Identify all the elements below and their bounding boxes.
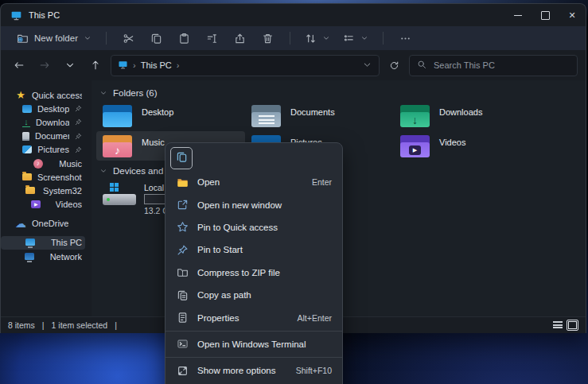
properties-icon <box>176 312 189 324</box>
close-button[interactable]: ✕ <box>559 4 586 26</box>
search-box[interactable] <box>409 55 578 76</box>
view-button[interactable] <box>338 30 373 47</box>
folder-tile-videos[interactable]: Videos <box>394 131 543 161</box>
chevron-down-icon <box>322 34 330 42</box>
share-icon[interactable] <box>228 30 252 47</box>
pin-icon <box>75 133 82 140</box>
context-menu-item-open[interactable]: Open Enter <box>165 171 342 193</box>
maximize-button[interactable] <box>532 4 559 26</box>
folder-tile-documents[interactable]: Documents <box>245 101 394 130</box>
folders-section-header[interactable]: Folders (6) <box>99 87 586 99</box>
view-icon <box>343 33 355 45</box>
expand-icon <box>176 365 189 377</box>
cut-icon[interactable] <box>116 30 141 47</box>
cloud-icon <box>15 218 26 229</box>
sidebar-item-desktop[interactable]: Desktop <box>1 102 85 115</box>
desktop-wallpaper: This PC ✕ New folder <box>0 0 588 384</box>
download-icon <box>22 117 30 127</box>
hard-drive-icon <box>103 182 136 208</box>
recent-locations-button[interactable] <box>60 56 80 74</box>
context-menu-quick-actions <box>165 145 342 171</box>
folder-tile-desktop[interactable]: Desktop <box>96 101 245 130</box>
toolbar-divider <box>290 32 290 45</box>
sort-icon <box>305 33 317 45</box>
command-bar: New folder <box>1 26 586 50</box>
folder-desktop-icon <box>22 105 32 113</box>
sidebar-item-videos[interactable]: Videos <box>1 198 85 211</box>
context-menu-item-properties[interactable]: Properties Alt+Enter <box>165 306 342 328</box>
documents-folder-icon <box>251 103 282 127</box>
pc-icon <box>25 239 35 246</box>
sidebar-item-downloads[interactable]: Downloads <box>1 115 85 129</box>
pin-icon <box>75 105 82 112</box>
minimize-icon <box>514 15 522 16</box>
sidebar-item-this-pc[interactable]: This PC <box>1 236 85 250</box>
search-icon <box>417 58 426 72</box>
sidebar-item-quick-access[interactable]: Quick access <box>1 88 85 102</box>
folder-icon <box>25 187 35 194</box>
collapse-icon[interactable] <box>99 89 107 97</box>
minimize-button[interactable] <box>504 4 532 26</box>
back-button[interactable] <box>9 56 29 74</box>
context-menu-item-pin-to-quick-access[interactable]: Pin to Quick access <box>165 216 342 239</box>
collapse-icon[interactable] <box>99 167 107 175</box>
copy-icon[interactable] <box>144 30 169 47</box>
rename-icon[interactable] <box>200 30 224 47</box>
pin-icon <box>75 118 82 126</box>
sidebar-item-system32[interactable]: System32 <box>1 184 85 197</box>
folder-icon <box>22 173 32 180</box>
folder-tile-downloads[interactable]: Downloads <box>394 101 543 130</box>
window-title: This PC <box>29 10 60 20</box>
pin-icon <box>176 244 189 256</box>
folders-header-label: Folders (6) <box>113 88 158 98</box>
star-icon <box>15 90 26 101</box>
copy-quick-action-button[interactable] <box>170 147 193 169</box>
new-folder-icon <box>17 33 29 45</box>
open-new-icon <box>176 199 189 211</box>
breadcrumb[interactable]: This PC <box>141 60 172 70</box>
large-icons-view-icon <box>568 321 577 329</box>
sidebar-item-music[interactable]: Music <box>1 157 85 170</box>
sidebar-item-network[interactable]: Network <box>1 250 85 263</box>
context-menu: Open Enter Open in new window Pin to Qui… <box>165 142 343 384</box>
sidebar-item-documents[interactable]: Documents <box>1 130 85 143</box>
address-row: › This PC › <box>1 50 586 80</box>
context-menu-item-show-more-options[interactable]: Show more options Shift+F10 <box>165 359 342 382</box>
network-icon <box>25 253 34 260</box>
sort-button[interactable] <box>300 30 335 47</box>
address-dropdown-icon[interactable] <box>362 60 372 72</box>
toolbar-divider <box>383 32 384 45</box>
context-menu-item-pin-to-start[interactable]: Pin to Start <box>165 239 342 261</box>
music-icon <box>33 159 43 169</box>
sidebar: Quick access Desktop Downloads Documents… <box>1 80 92 316</box>
forward-button[interactable] <box>34 56 55 74</box>
document-icon <box>22 132 29 141</box>
sidebar-item-screenshots[interactable]: Screenshots <box>1 170 85 184</box>
context-menu-items: Open Enter Open in new window Pin to Qui… <box>165 171 342 382</box>
large-icons-view-button[interactable] <box>567 320 578 331</box>
breadcrumb-separator: › <box>133 60 136 70</box>
toolbar-divider <box>106 32 107 45</box>
search-input[interactable] <box>432 60 570 71</box>
context-menu-item-compress-to-zip-file[interactable]: Compress to ZIP file <box>165 262 342 284</box>
refresh-button[interactable] <box>384 58 404 73</box>
details-view-icon[interactable] <box>553 321 563 329</box>
paste-icon[interactable] <box>172 30 197 47</box>
sidebar-item-onedrive[interactable]: OneDrive <box>1 217 85 231</box>
new-folder-label: New folder <box>34 33 78 43</box>
see-more-icon[interactable] <box>393 30 418 47</box>
downloads-folder-icon <box>400 103 430 127</box>
context-menu-separator <box>165 331 342 332</box>
sidebar-item-pictures[interactable]: Pictures <box>1 143 85 157</box>
context-menu-item-open-in-new-window[interactable]: Open in new window <box>165 193 342 215</box>
context-menu-item-open-in-windows-terminal[interactable]: Open in Windows Terminal <box>165 333 342 355</box>
copy-path-icon <box>176 289 189 301</box>
maximize-icon <box>541 11 550 20</box>
new-folder-button[interactable]: New folder <box>12 30 96 47</box>
delete-icon[interactable] <box>255 30 280 47</box>
address-bar[interactable]: › This PC › <box>111 55 380 76</box>
context-menu-item-copy-as-path[interactable]: Copy as path <box>165 284 342 306</box>
this-pc-icon <box>10 10 22 21</box>
up-button[interactable] <box>85 56 106 74</box>
copy-icon <box>176 151 188 165</box>
